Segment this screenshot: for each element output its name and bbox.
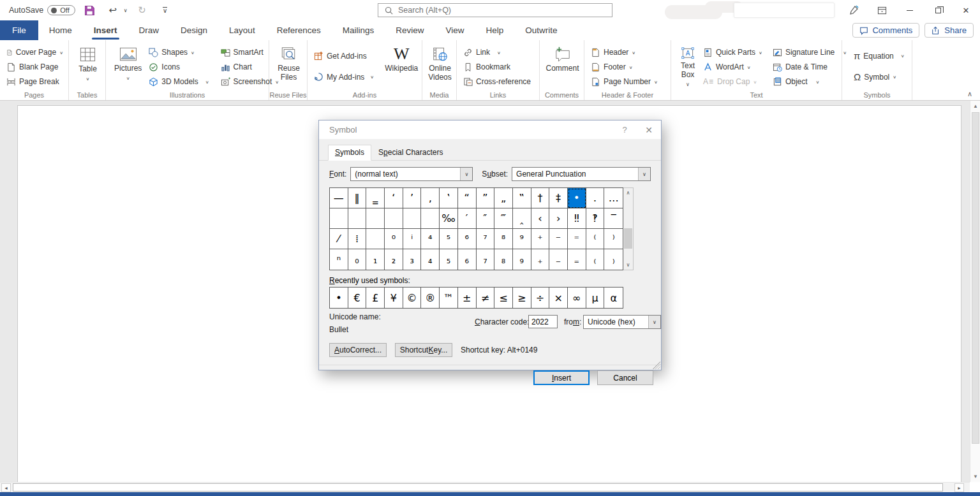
tab-outwrite[interactable]: Outwrite xyxy=(514,20,568,40)
dialog-help-button[interactable]: ? xyxy=(612,120,637,139)
symbol-cell[interactable]: ₃ xyxy=(403,249,422,270)
3d-models-button[interactable]: 3D Models∨ xyxy=(146,75,211,89)
symbol-cell[interactable] xyxy=(366,229,385,249)
symbol-cell[interactable]: • xyxy=(568,188,586,208)
symbol-cell[interactable]: ‡ xyxy=(549,188,568,208)
date-time-button[interactable]: Date & Time xyxy=(770,60,849,74)
symbol-cell[interactable]: ′ xyxy=(458,208,477,229)
scroll-down-icon[interactable]: ▼ xyxy=(970,471,980,482)
symbol-cell[interactable]: † xyxy=(531,188,550,208)
tab-mailings[interactable]: Mailings xyxy=(332,20,385,40)
symbol-cell[interactable]: ₀ xyxy=(348,249,367,270)
symbol-cell[interactable]: ⁽ xyxy=(586,229,605,249)
save-icon[interactable] xyxy=(82,3,98,18)
symbol-cell[interactable]: ₉ xyxy=(513,249,531,270)
account-area[interactable] xyxy=(734,3,835,18)
recent-symbol-cell[interactable]: α xyxy=(604,288,623,308)
symbol-cell[interactable]: ₁ xyxy=(366,249,385,270)
collapse-ribbon-icon[interactable]: ∧ xyxy=(967,90,972,98)
insert-button[interactable]: Insert xyxy=(533,370,590,385)
grid-scrollbar[interactable]: ∧ ∨ xyxy=(623,187,634,270)
recent-symbol-cell[interactable]: µ xyxy=(586,288,605,308)
symbol-cell[interactable]: ⁼ xyxy=(568,229,586,249)
dialog-title-bar[interactable]: Symbol ? ✕ xyxy=(319,120,661,139)
close-button[interactable]: ✕ xyxy=(952,0,980,20)
page-break-button[interactable]: Page Break xyxy=(4,75,66,89)
recent-symbol-cell[interactable]: ≤ xyxy=(494,288,513,308)
symbol-cell[interactable]: ⁾ xyxy=(604,229,623,249)
symbol-cell[interactable]: ₎ xyxy=(604,249,623,270)
symbol-cell[interactable]: ₋ xyxy=(549,249,568,270)
vertical-scrollbar[interactable]: ▲ ▼ xyxy=(970,101,980,482)
symbol-cell[interactable]: ₈ xyxy=(494,249,513,270)
undo-button[interactable]: ↩ xyxy=(105,3,121,18)
symbol-cell[interactable]: ⁸ xyxy=(494,229,513,249)
scroll-left-icon[interactable]: ◄ xyxy=(1,483,11,492)
icons-button[interactable]: Icons xyxy=(146,60,211,74)
tab-symbols[interactable]: Symbols xyxy=(328,145,371,161)
tab-references[interactable]: References xyxy=(266,20,332,40)
symbol-cell[interactable]: ⁶ xyxy=(458,229,477,249)
symbol-cell[interactable]: ⁄ xyxy=(330,229,348,249)
recent-symbol-cell[interactable]: ÷ xyxy=(531,288,550,308)
symbol-cell[interactable]: ⁞ xyxy=(348,229,367,249)
recent-symbol-cell[interactable]: • xyxy=(330,288,348,308)
recent-symbol-cell[interactable]: ± xyxy=(458,288,477,308)
tab-view[interactable]: View xyxy=(434,20,475,40)
my-addins-button[interactable]: My Add-ins∨ xyxy=(311,70,376,84)
symbol-cell[interactable]: “ xyxy=(458,188,477,208)
tab-help[interactable]: Help xyxy=(475,20,515,40)
autocorrect-button[interactable]: AutoCorrect... xyxy=(329,343,387,357)
symbol-cell[interactable]: ⁴ xyxy=(421,229,440,249)
symbol-cell[interactable]: ₂ xyxy=(385,249,403,270)
symbol-cell[interactable] xyxy=(366,208,385,229)
symbol-cell[interactable] xyxy=(403,208,422,229)
subset-combobox[interactable]: General Punctuation ∨ xyxy=(512,167,651,181)
recent-symbol-cell[interactable]: ≠ xyxy=(477,288,495,308)
quick-parts-button[interactable]: Quick Parts∨ xyxy=(701,45,765,59)
tab-review[interactable]: Review xyxy=(385,20,434,40)
subset-dropdown-icon[interactable]: ∨ xyxy=(638,168,650,180)
symbol-cell[interactable]: ‹ xyxy=(531,208,550,229)
tab-design[interactable]: Design xyxy=(170,20,218,40)
symbol-cell[interactable]: ” xyxy=(477,188,495,208)
symbol-cell[interactable]: ₅ xyxy=(440,249,458,270)
font-dropdown-icon[interactable]: ∨ xyxy=(460,168,472,180)
symbol-cell[interactable]: › xyxy=(549,208,568,229)
wikipedia-button[interactable]: W Wikipedia xyxy=(380,43,422,90)
symbol-cell[interactable] xyxy=(348,208,367,229)
symbol-cell[interactable]: … xyxy=(604,188,623,208)
horizontal-scrollbar[interactable]: ◄ ► xyxy=(0,482,970,492)
symbol-cell[interactable]: ₇ xyxy=(477,249,495,270)
cross-reference-button[interactable]: Cross-reference xyxy=(461,75,537,89)
symbol-cell[interactable]: ″ xyxy=(477,208,495,229)
symbol-cell[interactable]: ₊ xyxy=(531,249,550,270)
ink-pen-icon[interactable] xyxy=(840,0,868,20)
shapes-button[interactable]: Shapes∨ xyxy=(146,45,211,59)
symbol-cell[interactable]: ₄ xyxy=(421,249,440,270)
tab-draw[interactable]: Draw xyxy=(128,20,170,40)
symbol-cell[interactable]: ‟ xyxy=(513,188,531,208)
symbol-cell[interactable]: ⁵ xyxy=(440,229,458,249)
symbol-cell[interactable]: ‰ xyxy=(440,208,458,229)
header-button[interactable]: Header∨ xyxy=(588,45,668,59)
symbol-cell[interactable]: ‖ xyxy=(348,188,367,208)
recent-symbol-cell[interactable]: £ xyxy=(366,288,385,308)
reuse-files-button[interactable]: ReuseFiles xyxy=(273,43,304,90)
signature-line-button[interactable]: Signature Line∨ xyxy=(770,45,849,59)
symbol-cell[interactable]: ⁱ xyxy=(403,229,422,249)
bookmark-button[interactable]: Bookmark xyxy=(461,60,537,74)
grid-scroll-down-icon[interactable]: ∨ xyxy=(623,260,633,270)
footer-button[interactable]: Footer∨ xyxy=(588,60,668,74)
object-button[interactable]: Object∨ xyxy=(770,75,849,89)
symbol-cell[interactable] xyxy=(330,208,348,229)
symbol-cell[interactable] xyxy=(421,208,440,229)
cover-page-button[interactable]: Cover Page∨ xyxy=(4,45,66,59)
from-combobox[interactable]: Unicode (hex) ∨ xyxy=(583,315,661,329)
recent-symbol-cell[interactable]: × xyxy=(549,288,568,308)
symbol-cell[interactable]: ‴ xyxy=(494,208,513,229)
symbol-cell[interactable]: — xyxy=(330,188,348,208)
character-code-input[interactable] xyxy=(528,315,558,328)
symbol-cell[interactable]: ⁺ xyxy=(531,229,550,249)
wordart-button[interactable]: WordArt∨ xyxy=(701,60,765,74)
